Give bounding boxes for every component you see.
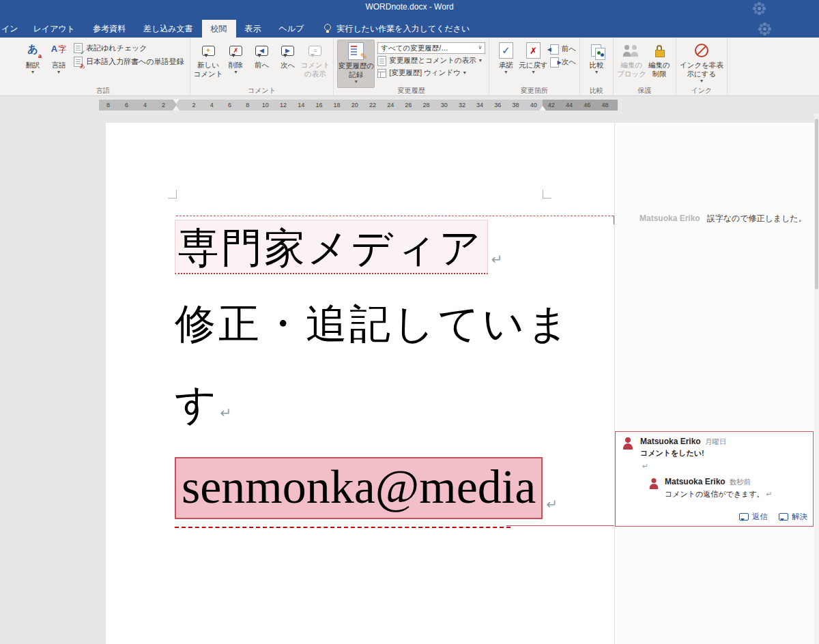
next-change-button[interactable]: 次へ [550,57,576,68]
author-avatar-icon [648,478,660,490]
vertical-scrollbar[interactable] [814,113,819,644]
hide-ink-icon [693,42,710,59]
revision-note-text: 誤字なので修正しました。 [707,213,807,224]
new-comment-icon: + [202,46,215,56]
ribbon-group-ink: インクを非表 示にする ▾ インク [676,38,728,96]
resolve-button[interactable]: 解決 [779,512,807,522]
reviewing-pane-button[interactable]: [変更履歴] ウィンドウ ▾ [377,68,485,78]
ruler-number: 46 [578,100,596,111]
text-line[interactable]: 修正・追記していま [175,302,572,347]
document-area: 専門家メディア ↵ 修正・追記していま す ↵ senmonka@media ↵… [0,113,819,644]
ruler-number: 44 [560,100,578,111]
ruler-number: 30 [435,100,453,111]
paragraph-mark-icon: ↵ [546,496,558,512]
previous-comment-icon: ◀ [255,46,268,56]
ruler-number: 4 [136,100,154,111]
tab-review[interactable]: 校閲 [202,20,236,38]
ribbon-group-protect: 編集の ブロック 編集の 制限 保護 [614,38,676,96]
tab-references[interactable]: 参考資料 [84,20,134,38]
word-window: WORDnote.docx - Word イン レイアウト 参考資料 差し込み文… [0,0,819,644]
paragraph-mark-icon: ↵ [766,490,773,499]
delete-comment-button[interactable]: ✗ 削除 ▾ [223,40,249,87]
left-indent-marker[interactable] [173,106,179,111]
first-line-indent-marker[interactable] [173,99,179,104]
ruler-number: 16 [310,100,328,111]
tab-layout[interactable]: レイアウト [25,20,84,38]
text-line-tracked-insert[interactable]: senmonka@media [175,457,543,519]
comment-author: Matsuoka Eriko [640,437,701,446]
margin-corner-mark [168,190,177,199]
ruler-number: 2 [185,100,203,111]
previous-change-button[interactable]: 前へ [550,44,576,55]
ribbon-group-tracking: 変更履歴の 記録 ▾ すべての変更履歴/… ∨ 変更履歴とコメントの表示 ▾ [… [334,38,489,96]
titlebar-ornament-icon [763,27,766,31]
dictionary-icon [74,57,83,67]
dropdown-arrow-icon: ▾ [57,70,60,76]
ruler-left-numbers: 8642 [99,100,173,111]
tab-mailings[interactable]: 差し込み文書 [134,20,202,38]
dictionary-register-button[interactable]: 日本語入力辞書への単語登録 [72,55,186,68]
new-comment-button[interactable]: + 新しい コメント [194,40,223,87]
consistency-check-button[interactable]: 表記ゆれチェック [72,41,186,55]
lock-icon [655,44,664,57]
reject-button[interactable]: 元に戻す ▾ [519,40,548,87]
ruler-number: 6 [220,100,238,111]
ribbon-group-comments: + 新しい コメント ✗ 削除 ▾ ◀ 前へ ▶ 次へ ≡ コメント の表示 [190,38,334,96]
translate-button[interactable]: 翻訳 ▾ [20,40,46,87]
horizontal-ruler[interactable]: 8642 24681012141618202224262830323436384… [99,100,618,111]
display-for-review-combo[interactable]: すべての変更履歴/… ∨ [377,42,485,54]
ruler-number: 4 [203,100,220,111]
hide-ink-button[interactable]: インクを非表 示にする ▾ [680,40,723,87]
titlebar-ornament-icon [758,7,761,10]
group-label-language: 言語 [16,86,190,96]
track-changes-button[interactable]: 変更履歴の 記録 ▾ [337,40,375,88]
scrollbar-thumb[interactable] [815,119,818,289]
language-button[interactable]: 言語 ▾ [46,40,72,87]
revision-dashed-line [176,216,614,216]
previous-change-icon [550,44,559,55]
tab-help[interactable]: ヘルプ [270,20,313,38]
show-comments-button[interactable]: ≡ コメント の表示 [301,40,330,87]
tell-me-label: 実行したい作業を入力してください [336,23,470,35]
compare-button[interactable]: 比較 ▾ [584,40,609,87]
next-comment-button[interactable]: ▶ 次へ [275,40,301,87]
translate-icon [25,43,40,58]
dropdown-arrow-icon: ▾ [595,70,598,76]
block-authors-button[interactable]: 編集の ブロック [617,40,646,87]
ruler-number: 36 [489,100,506,111]
accept-button[interactable]: 承諾 ▾ [493,40,519,87]
restrict-editing-button[interactable]: 編集の 制限 [646,40,672,87]
text-line-format-changed[interactable]: 専門家メディア [175,220,488,274]
reply-text: コメントの返信ができます。 [665,489,764,499]
inline-revision-note[interactable]: Matsuoka Eriko 誤字なので修正しました。 ↵ [640,213,819,224]
ribbon: 翻訳 ▾ 言語 ▾ 表記ゆれチェック 日本語入力辞書への単語登録 言語 [0,38,819,96]
right-indent-marker[interactable] [539,106,546,111]
previous-comment-button[interactable]: ◀ 前へ [249,40,275,87]
show-markup-button[interactable]: 変更履歴とコメントの表示 ▾ [377,55,485,66]
group-label-changes: 変更箇所 [489,86,579,96]
document-page[interactable]: 専門家メディア ↵ 修正・追記していま す ↵ senmonka@media ↵ [106,123,614,644]
dropdown-arrow-icon: ▾ [234,70,237,76]
delete-comment-icon: ✗ [229,46,242,56]
tab-design-partial[interactable]: イン [0,20,25,38]
tab-view[interactable]: 表示 [236,20,270,38]
ruler-number: 48 [596,100,614,111]
comment-text: コメントをしたい! [640,448,704,458]
margin-corner-mark [543,190,551,199]
reply-button[interactable]: 返信 [739,512,768,522]
tracked-change-underline [175,527,511,528]
comment-card[interactable]: Matsuoka Eriko 月曜日 コメントをしたい! ↵ Matsuoka … [615,431,814,527]
ruler-bar: 8642 24681012141618202224262830323436384… [0,96,819,113]
paragraph-mark-icon: ↵ [642,462,648,471]
lightbulb-icon [324,24,332,33]
text-line[interactable]: す [175,382,216,428]
paragraph-mark-icon: ↵ [491,251,503,267]
dropdown-arrow-icon: ▾ [31,70,34,76]
next-change-icon [550,57,559,68]
ribbon-group-language: 翻訳 ▾ 言語 ▾ 表記ゆれチェック 日本語入力辞書への単語登録 言語 [16,38,190,96]
ruler-number: 6 [117,100,136,111]
ruler-number: 38 [506,100,524,111]
ruler-number: 22 [364,100,382,111]
tell-me-box[interactable]: 実行したい作業を入力してください [324,20,470,38]
show-markup-icon [377,56,386,66]
